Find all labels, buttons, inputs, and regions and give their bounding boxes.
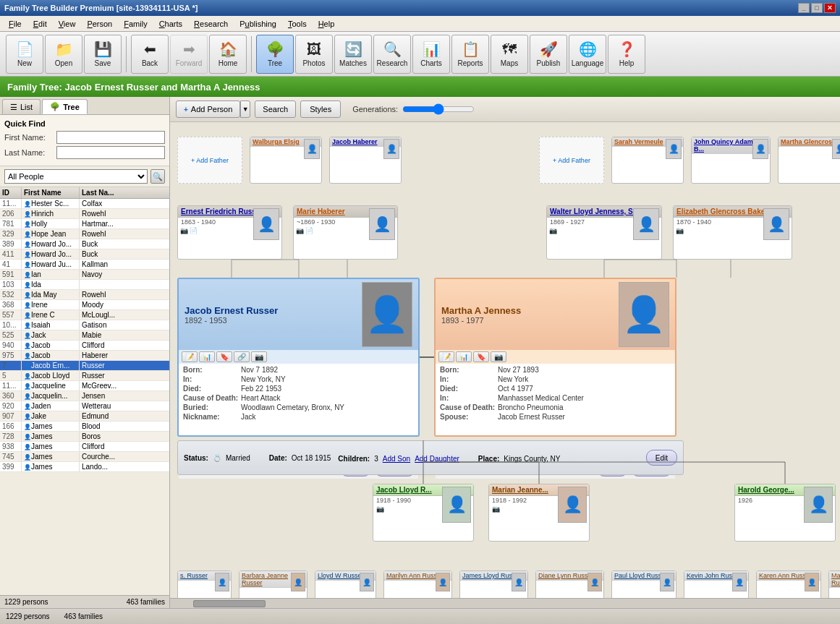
last-name-input[interactable] bbox=[56, 146, 165, 159]
add-daughter-link[interactable]: Add Daughter bbox=[415, 455, 459, 463]
list-item[interactable]: 781 👤Holly Hartmar... bbox=[0, 219, 169, 229]
main-person-panel[interactable]: Jacob Ernest Russer 1892 - 1953 👤 📝 📊 🔖 … bbox=[177, 278, 420, 437]
add-person-button[interactable]: + Add Person bbox=[176, 101, 240, 118]
generations-slider[interactable] bbox=[402, 103, 475, 115]
gc9-name[interactable]: Maureen Teresa Russer bbox=[831, 572, 840, 586]
horizontal-scrollbar[interactable] bbox=[170, 598, 840, 608]
main-camera[interactable]: 📷 bbox=[251, 351, 267, 362]
parent-walter[interactable]: Walter Lloyd Jenness, Sr. 👤 1869 - 1927 … bbox=[546, 205, 662, 260]
list-item[interactable]: 11... 👤Jacqueline McGreev... bbox=[0, 381, 169, 391]
parent-ernest[interactable]: Ernest Friedrich Russer 👤 1863 - 1940 📷 … bbox=[177, 205, 282, 260]
forward-button[interactable]: ➡ Forward bbox=[170, 35, 208, 74]
gc3-name[interactable]: Marilyn Ann Russer bbox=[386, 572, 443, 579]
sidebar-tab-list[interactable]: ☰ List bbox=[2, 99, 41, 114]
filter-search-button[interactable]: 🔍 bbox=[150, 169, 165, 184]
child-marian[interactable]: Marian Jeanne... 👤 1918 - 1992 📷 bbox=[488, 484, 590, 542]
list-item[interactable]: 975 👤Jacob Haberer bbox=[0, 351, 169, 361]
gc-3[interactable]: Marilyn Ann Russer 👤 bbox=[383, 570, 452, 598]
styles-button[interactable]: Styles bbox=[300, 101, 341, 118]
list-item[interactable]: 532 👤Ida May Rowehl bbox=[0, 290, 169, 300]
sidebar-tab-tree[interactable]: 🌳 Tree bbox=[42, 99, 88, 114]
add-father-btn-1[interactable]: + Add Father bbox=[189, 156, 231, 165]
filter-select[interactable]: All People bbox=[4, 169, 148, 184]
maximize-button[interactable]: □ bbox=[811, 3, 823, 13]
help-button[interactable]: ❓ Help bbox=[608, 35, 645, 74]
main-bookmark[interactable]: 🔖 bbox=[216, 351, 232, 362]
list-item[interactable]: 10... 👤Isaiah Gatison bbox=[0, 320, 169, 330]
people-list[interactable]: 11... 👤Hester Sc... Colfax 206 👤Hinrich … bbox=[0, 199, 169, 591]
add-father-btn-2[interactable]: + Add Father bbox=[551, 156, 593, 165]
couple-edit-button[interactable]: Edit bbox=[646, 450, 677, 466]
main-edit-table[interactable]: 📊 bbox=[199, 351, 215, 362]
spouse-panel[interactable]: Martha A Jenness 1893 - 1977 👤 📝 📊 🔖 📷 bbox=[434, 278, 676, 437]
list-item[interactable]: 5 👤Jacob Lloyd Russer bbox=[0, 371, 169, 381]
main-person-name[interactable]: Jacob Ernest Russer bbox=[184, 305, 278, 316]
gp-john-quincy[interactable]: John Quincy Adams B... 👤 bbox=[691, 137, 771, 184]
back-button[interactable]: ⬅ Back bbox=[131, 35, 169, 74]
matches-button[interactable]: 🔄 Matches bbox=[334, 35, 372, 74]
menu-family[interactable]: Family bbox=[118, 18, 153, 30]
gp-jacob-haberer-name[interactable]: Jacob Haberer bbox=[332, 138, 378, 145]
add-paternal-gf[interactable]: + Add Father bbox=[177, 137, 242, 184]
gp-martha-glencross[interactable]: Martha Glencross 👤 bbox=[778, 137, 840, 184]
list-item[interactable]: 525 👤Jack Mabie bbox=[0, 330, 169, 341]
child-jacob-lloyd[interactable]: Jacob Lloyd R... 👤 1918 - 1990 📷 bbox=[373, 484, 474, 542]
publish-button[interactable]: 🚀 Publish bbox=[530, 35, 567, 74]
menu-research[interactable]: Research bbox=[188, 18, 234, 30]
tree-button[interactable]: 🌳 Tree bbox=[256, 35, 294, 74]
list-item[interactable]: 728 👤James Boros bbox=[0, 432, 169, 442]
gc2-name[interactable]: Lloyd W Russer bbox=[318, 572, 364, 579]
menu-edit[interactable]: Edit bbox=[27, 18, 53, 30]
gp-jacob-haberer[interactable]: Jacob Haberer 👤 bbox=[329, 137, 402, 184]
parent-elizabeth[interactable]: Elizabeth Glencross Baker 👤 1870 - 1940 … bbox=[673, 205, 792, 260]
walter-name[interactable]: Walter Lloyd Jenness, Sr. bbox=[550, 208, 637, 215]
list-item[interactable]: 206 👤Hinrich Rowehl bbox=[0, 209, 169, 219]
gc-6[interactable]: Paul Lloyd Russer 👤 bbox=[611, 570, 676, 598]
list-item[interactable]: 557 👤Irene C McLougl... bbox=[0, 310, 169, 320]
research-button[interactable]: 🔍 Research bbox=[373, 35, 411, 74]
list-item[interactable]: 411 👤Howard Jo... Buck bbox=[0, 249, 169, 260]
list-item[interactable]: 907 👤Jake Edmund bbox=[0, 411, 169, 422]
new-button[interactable]: 📄 New bbox=[6, 35, 43, 74]
gc-8[interactable]: Karen Ann Russer 👤 bbox=[756, 570, 821, 598]
list-item[interactable]: 11... 👤Hester Sc... Colfax bbox=[0, 199, 169, 209]
menu-publishing[interactable]: Publishing bbox=[234, 18, 282, 30]
maps-button[interactable]: 🗺 Maps bbox=[491, 35, 528, 74]
gc-0[interactable]: s. Russer 👤 bbox=[177, 570, 232, 598]
menu-view[interactable]: View bbox=[53, 18, 82, 30]
menu-charts[interactable]: Charts bbox=[153, 18, 188, 30]
gp-john-name[interactable]: John Quincy Adams B... bbox=[694, 138, 757, 153]
elizabeth-name[interactable]: Elizabeth Glencross Baker bbox=[676, 208, 768, 215]
list-item[interactable]: 360 👤Jacquelin... Jensen bbox=[0, 391, 169, 401]
list-item[interactable]: 938 👤James Clifford bbox=[0, 442, 169, 452]
child1-name[interactable]: Jacob Lloyd R... bbox=[376, 486, 432, 494]
list-item[interactable]: 920 👤Jaden Wetterau bbox=[0, 401, 169, 411]
search-button[interactable]: Search bbox=[255, 101, 296, 118]
list-item[interactable]: 745 👤James Courche... bbox=[0, 452, 169, 462]
add-maternal-gf[interactable]: + Add Father bbox=[539, 137, 604, 184]
gp-martha-glencross-name[interactable]: Martha Glencross bbox=[781, 138, 836, 145]
list-item[interactable]: 591 👤Ian Navoy bbox=[0, 270, 169, 280]
tree-content[interactable]: + Add Father Walburga Elsig 👤 Jacob Habe… bbox=[170, 122, 840, 598]
spouse-camera[interactable]: 📷 bbox=[491, 351, 506, 362]
list-item[interactable]: 368 👤Irene Moody bbox=[0, 300, 169, 310]
list-item[interactable]: 103 👤Ida bbox=[0, 280, 169, 290]
child2-name[interactable]: Marian Jeanne... bbox=[492, 486, 548, 494]
reports-button[interactable]: 📋 Reports bbox=[451, 35, 489, 74]
first-name-input[interactable] bbox=[56, 131, 165, 144]
open-button[interactable]: 📁 Open bbox=[45, 35, 82, 74]
spouse-edit-table[interactable]: 📊 bbox=[456, 351, 472, 362]
gc-1[interactable]: Barbara Jeanne Russer 👤 bbox=[239, 570, 307, 598]
menu-file[interactable]: File bbox=[3, 18, 27, 30]
spouse-edit-note[interactable]: 📝 bbox=[438, 351, 454, 362]
gp-walburga[interactable]: Walburga Elsig 👤 bbox=[250, 137, 322, 184]
gc-5[interactable]: Diane Lynn Russer 👤 bbox=[535, 570, 604, 598]
child-harold[interactable]: Harold George... 👤 1926 bbox=[734, 484, 836, 542]
list-item[interactable]: 399 👤James Lando... bbox=[0, 462, 169, 472]
add-son-link[interactable]: Add Son bbox=[383, 455, 410, 463]
list-item[interactable]: 329 👤Hope Jean Rowehl bbox=[0, 229, 169, 239]
list-item[interactable]: 940 👤Jacob Clifford bbox=[0, 341, 169, 351]
parent-marie[interactable]: Marie Haberer 👤 ~1869 - 1930 📷 📄 bbox=[293, 205, 398, 260]
add-person-dropdown[interactable]: ▼ bbox=[240, 101, 250, 118]
gc-7[interactable]: Kevin John Russer 👤 bbox=[684, 570, 749, 598]
